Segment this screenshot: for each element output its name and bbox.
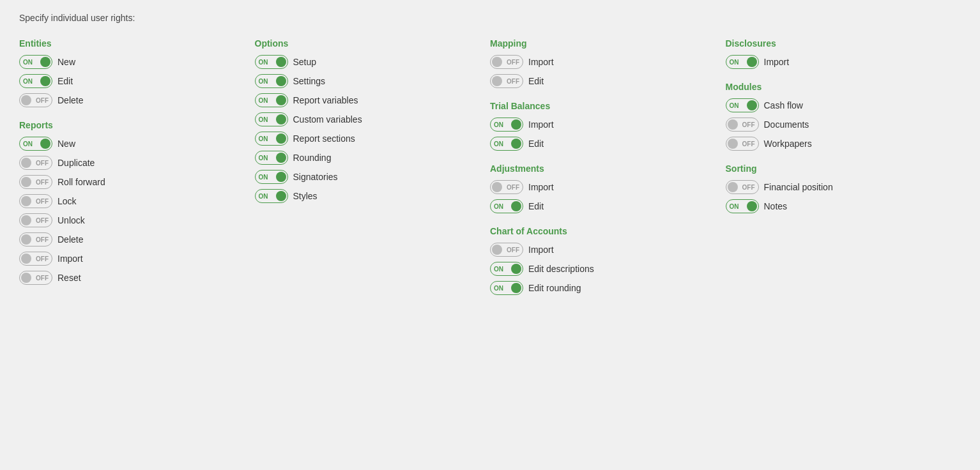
- item-label: Edit: [528, 139, 544, 149]
- section-title-0-1: Reports: [19, 120, 242, 130]
- toggle-dot: [511, 283, 521, 293]
- toggle-state-label: ON: [259, 116, 268, 123]
- toggle-row: ONCustom variables: [255, 112, 478, 126]
- page-header: Specify individual user rights:: [19, 13, 961, 23]
- toggle-off[interactable]: OFF: [490, 55, 523, 69]
- toggle-row: OFFImport: [19, 252, 242, 266]
- toggle-on[interactable]: ON: [490, 281, 523, 295]
- column-2: MappingOFFImportOFFEditTrial BalancesONI…: [490, 38, 726, 300]
- toggle-state-label: OFF: [36, 275, 49, 282]
- item-label: New: [57, 139, 75, 149]
- toggle-on[interactable]: ON: [255, 74, 288, 88]
- toggle-off[interactable]: OFF: [726, 137, 759, 151]
- toggle-dot: [492, 57, 502, 67]
- toggle-off[interactable]: OFF: [19, 194, 52, 208]
- toggle-dot: [492, 76, 502, 86]
- item-label: Delete: [57, 234, 83, 245]
- toggle-off[interactable]: OFF: [19, 156, 52, 170]
- toggle-dot: [276, 76, 286, 86]
- item-label: Styles: [293, 191, 318, 201]
- item-label: Duplicate: [57, 158, 95, 168]
- item-label: Rounding: [293, 153, 332, 163]
- toggle-dot: [276, 133, 286, 144]
- toggle-state-label: ON: [730, 102, 739, 109]
- item-label: Report sections: [293, 133, 355, 144]
- toggle-dot: [492, 182, 502, 192]
- toggle-on[interactable]: ON: [255, 151, 288, 165]
- toggle-off[interactable]: OFF: [490, 243, 523, 257]
- section-title-3-2: Sorting: [726, 163, 949, 174]
- toggle-row: OFFDelete: [19, 93, 242, 107]
- item-label: Report variables: [293, 95, 358, 105]
- item-label: New: [57, 57, 75, 67]
- toggle-on[interactable]: ON: [19, 74, 52, 88]
- toggle-row: OFFDuplicate: [19, 156, 242, 170]
- item-label: Roll forward: [57, 177, 105, 187]
- toggle-state-label: ON: [494, 203, 503, 210]
- toggle-row: ONEdit descriptions: [490, 262, 713, 276]
- toggle-state-label: OFF: [742, 140, 755, 148]
- toggle-dot: [21, 196, 31, 206]
- toggle-state-label: ON: [23, 78, 33, 85]
- toggle-row: ONReport sections: [255, 132, 478, 146]
- toggle-state-label: OFF: [36, 217, 49, 224]
- toggle-on[interactable]: ON: [490, 137, 523, 151]
- toggle-dot: [40, 139, 50, 149]
- toggle-row: OFFImport: [490, 243, 713, 257]
- toggle-dot: [728, 182, 738, 192]
- toggle-on[interactable]: ON: [726, 55, 759, 69]
- item-label: Edit: [528, 201, 544, 211]
- toggle-off[interactable]: OFF: [19, 93, 52, 107]
- toggle-row: ONStyles: [255, 189, 478, 203]
- toggle-off[interactable]: OFF: [726, 118, 759, 132]
- toggle-on[interactable]: ON: [19, 137, 52, 151]
- toggle-on[interactable]: ON: [490, 262, 523, 276]
- toggle-row: OFFImport: [490, 55, 713, 69]
- section-title-2-1: Trial Balances: [490, 101, 713, 111]
- toggle-off[interactable]: OFF: [19, 271, 52, 285]
- item-label: Import: [764, 57, 790, 67]
- toggle-row: ONEdit: [19, 74, 242, 88]
- toggle-off[interactable]: OFF: [490, 74, 523, 88]
- toggle-off[interactable]: OFF: [726, 180, 759, 194]
- section-title-2-2: Adjustments: [490, 163, 713, 174]
- toggle-off[interactable]: OFF: [19, 232, 52, 246]
- toggle-dot: [747, 57, 757, 67]
- item-label: Delete: [57, 95, 83, 105]
- toggle-state-label: ON: [23, 140, 33, 148]
- section-title-1-0: Options: [255, 38, 478, 49]
- toggle-row: OFFDocuments: [726, 118, 949, 132]
- toggle-state-label: OFF: [36, 255, 49, 262]
- toggle-on[interactable]: ON: [255, 132, 288, 146]
- item-label: Import: [528, 182, 554, 192]
- toggle-on[interactable]: ON: [255, 112, 288, 126]
- toggle-row: OFFDelete: [19, 232, 242, 246]
- toggle-on[interactable]: ON: [255, 189, 288, 203]
- toggle-row: ONImport: [726, 55, 949, 69]
- column-3: DisclosuresONImportModulesONCash flowOFF…: [726, 38, 961, 300]
- toggle-on[interactable]: ON: [726, 199, 759, 213]
- toggle-off[interactable]: OFF: [490, 180, 523, 194]
- toggle-on[interactable]: ON: [255, 93, 288, 107]
- toggle-row: OFFImport: [490, 180, 713, 194]
- toggle-dot: [21, 234, 31, 245]
- item-label: Import: [57, 254, 83, 264]
- toggle-row: OFFReset: [19, 271, 242, 285]
- toggle-off[interactable]: OFF: [19, 175, 52, 189]
- toggle-on[interactable]: ON: [19, 55, 52, 69]
- toggle-state-label: ON: [494, 266, 503, 273]
- toggle-on[interactable]: ON: [255, 170, 288, 184]
- section-title-2-0: Mapping: [490, 38, 713, 49]
- toggle-row: OFFFinancial position: [726, 180, 949, 194]
- toggle-off[interactable]: OFF: [19, 213, 52, 227]
- toggle-on[interactable]: ON: [490, 118, 523, 132]
- toggle-row: ONEdit: [490, 137, 713, 151]
- toggle-on[interactable]: ON: [726, 98, 759, 112]
- item-label: Signatories: [293, 172, 338, 182]
- item-label: Edit: [528, 76, 544, 86]
- toggle-on[interactable]: ON: [490, 199, 523, 213]
- toggle-on[interactable]: ON: [255, 55, 288, 69]
- toggle-state-label: ON: [259, 97, 268, 104]
- toggle-off[interactable]: OFF: [19, 252, 52, 266]
- item-label: Import: [528, 119, 554, 130]
